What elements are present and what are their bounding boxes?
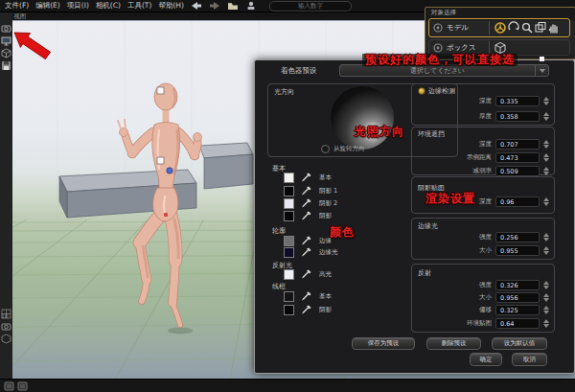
spinner-control[interactable] — [543, 112, 549, 121]
eyedropper-icon[interactable] — [301, 235, 312, 246]
eye-icon[interactable] — [432, 22, 444, 34]
joint-marker-blue[interactable] — [167, 168, 172, 173]
setting-row: 强度0.256 — [412, 231, 549, 243]
spinner-control[interactable] — [543, 140, 549, 149]
spinner-control[interactable] — [543, 281, 549, 289]
menu-file[interactable]: 文件(F) — [5, 1, 29, 11]
grid-icon[interactable] — [1, 309, 12, 319]
forward-arrow-icon[interactable] — [209, 1, 220, 11]
value-field[interactable]: 0.326 — [495, 280, 540, 290]
value-field[interactable]: 0.509 — [495, 166, 540, 176]
value-field[interactable]: 0.335 — [495, 96, 540, 106]
color-swatch[interactable] — [284, 173, 294, 183]
spinner-control[interactable] — [543, 197, 549, 206]
reset-default-button[interactable]: 设为默认值 — [492, 337, 547, 350]
menu-camera[interactable]: 相机(C) — [96, 1, 121, 11]
joint-marker-red[interactable] — [164, 213, 168, 217]
cube-icon[interactable] — [1, 48, 12, 58]
box-icon[interactable] — [1, 334, 12, 344]
eyedropper-icon[interactable] — [301, 172, 312, 183]
light-radio[interactable]: 从旋转方向 — [321, 145, 365, 153]
stamp-icon[interactable] — [245, 1, 257, 11]
value-field[interactable]: 0.96 — [495, 196, 540, 207]
value-field[interactable]: 0.955 — [495, 245, 540, 256]
value-field[interactable]: 0.256 — [495, 232, 540, 242]
back-arrow-icon[interactable] — [191, 1, 202, 11]
camera-icon[interactable] — [1, 321, 12, 332]
move-icon[interactable] — [534, 21, 547, 35]
color-row: 阴影 — [284, 304, 332, 315]
spinner-control[interactable] — [543, 306, 549, 314]
value-field[interactable]: 0.325 — [495, 305, 540, 315]
eyedropper-icon[interactable] — [301, 185, 312, 196]
menu-tools[interactable]: 工具(T) — [127, 1, 151, 11]
eyedropper-icon[interactable] — [301, 210, 312, 221]
spinner-control[interactable] — [543, 319, 549, 328]
hand-icon[interactable] — [547, 21, 561, 35]
value-field[interactable]: 0.358 — [495, 111, 540, 122]
zoom-icon[interactable] — [520, 21, 534, 35]
cancel-button[interactable]: 取消 — [512, 353, 547, 366]
spinner-control[interactable] — [543, 153, 549, 162]
setting-row: 环境贴图0.64 — [412, 317, 549, 330]
page-icon[interactable] — [17, 381, 28, 391]
selection-handle-head[interactable] — [157, 87, 164, 94]
setting-row: 大小0.955 — [412, 244, 549, 257]
eyedropper-icon[interactable] — [301, 290, 312, 302]
color-swatch[interactable] — [284, 269, 294, 280]
eyedropper-icon[interactable] — [301, 197, 312, 209]
spinner-control[interactable] — [543, 233, 549, 242]
menu-project[interactable]: 项目(I) — [67, 1, 89, 11]
eyedropper-icon[interactable] — [301, 246, 312, 258]
value-field[interactable]: 0.64 — [495, 318, 540, 329]
selection-handle-chest[interactable] — [157, 157, 164, 164]
spinner-control[interactable] — [543, 246, 549, 255]
save-icon[interactable] — [1, 60, 12, 71]
color-swatch[interactable] — [284, 211, 294, 221]
setting-label: 深度 — [479, 140, 492, 149]
annotation-color-note: 颜色 — [330, 224, 355, 241]
ok-button[interactable]: 确定 — [470, 353, 502, 366]
light-direction-sphere[interactable] — [331, 86, 394, 150]
object-row-model[interactable]: モデル — [428, 18, 570, 37]
radio-icon[interactable] — [321, 145, 330, 153]
color-swatch[interactable] — [284, 198, 294, 209]
rim-light-group: 边缘光 强度0.256 大小0.955 — [411, 218, 555, 260]
setting-label: 环境贴图 — [467, 319, 492, 328]
number-input[interactable] — [269, 1, 352, 12]
reflection-title: 反射 — [418, 268, 431, 278]
spinner-control[interactable] — [543, 97, 549, 105]
monitor-icon[interactable] — [1, 35, 12, 46]
color-swatch[interactable] — [284, 236, 294, 246]
checkbox-icon[interactable] — [418, 87, 426, 95]
page-icon[interactable] — [4, 381, 14, 391]
color-row: 边缘 — [284, 235, 332, 246]
rotate-icon[interactable] — [507, 21, 520, 35]
menu-help[interactable]: 帮助(H) — [158, 1, 184, 11]
color-swatch[interactable] — [284, 291, 294, 302]
color-label: 阴影 — [319, 306, 332, 314]
spinner-control[interactable] — [543, 293, 549, 302]
setting-label: 强度 — [479, 233, 492, 242]
folder-icon[interactable] — [227, 1, 239, 11]
eyedropper-icon[interactable] — [301, 304, 312, 315]
box-object-cube[interactable] — [199, 143, 253, 189]
menu-edit[interactable]: 编辑(E) — [35, 1, 60, 11]
value-field[interactable]: 0.707 — [495, 139, 540, 150]
color-swatch[interactable] — [284, 247, 294, 258]
shader-settings-dialog: 着色器预设 選択してください 光方向 从旋转方向 基本 基本 阴影 1 阴影 2… — [254, 59, 575, 374]
delete-preset-button[interactable]: 删除预设 — [426, 337, 481, 350]
save-preset-button[interactable]: 保存为预设 — [352, 337, 415, 350]
bottom-bar — [0, 379, 575, 392]
spinner-control[interactable] — [543, 167, 549, 175]
value-field[interactable]: 0.473 — [495, 152, 540, 163]
camera-icon[interactable] — [1, 23, 12, 34]
value-field[interactable]: 0.956 — [495, 292, 540, 303]
eye-icon[interactable] — [432, 42, 444, 54]
steering-icon[interactable] — [494, 21, 507, 35]
object-label-model: モデル — [447, 23, 489, 33]
eyedropper-icon[interactable] — [301, 268, 312, 280]
chevron-down-icon[interactable] — [535, 65, 548, 76]
color-swatch[interactable] — [284, 186, 294, 196]
color-swatch[interactable] — [284, 305, 294, 315]
